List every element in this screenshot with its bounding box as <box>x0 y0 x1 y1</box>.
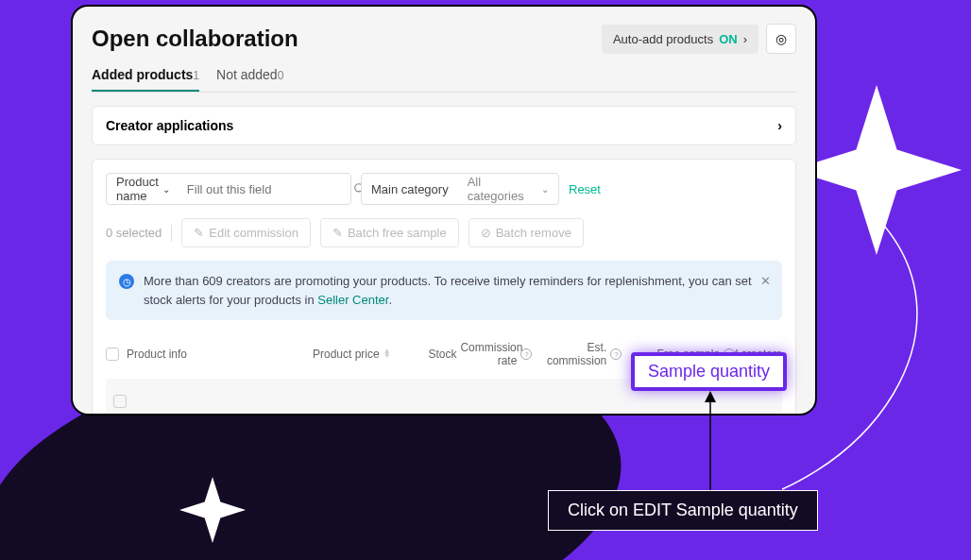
auto-add-label: Auto-add products <box>613 32 713 46</box>
product-name-selector[interactable]: Product name ⌄ <box>107 175 179 203</box>
decoration-star-small <box>179 477 246 543</box>
banner-text: More than 609 creators are promoting you… <box>144 272 769 309</box>
help-icon[interactable]: ? <box>610 348 622 360</box>
sample-quantity-callout: Sample quantity <box>631 352 787 391</box>
batch-actions-row: 0 selected ✎ Edit commission ✎ Batch fre… <box>106 218 782 247</box>
section-title: Creator applications <box>106 118 233 133</box>
reset-button[interactable]: Reset <box>569 182 601 196</box>
chevron-down-icon: ⌄ <box>162 184 170 195</box>
seller-center-link[interactable]: Seller Center <box>317 293 388 307</box>
sort-icon: ▲▼ <box>383 349 391 359</box>
auto-add-toggle[interactable]: Auto-add products ON › <box>602 25 758 54</box>
batch-free-sample-button[interactable]: ✎ Batch free sample <box>320 218 459 247</box>
auto-add-status: ON <box>719 32 738 46</box>
edit-icon: ✎ <box>332 226 343 240</box>
filter-row: Product name ⌄ Main category All categor… <box>106 173 782 205</box>
title-bar: Open collaboration Auto-add products ON … <box>92 24 796 54</box>
col-product-info[interactable]: Product info <box>127 348 287 361</box>
page-title: Open collaboration <box>92 25 298 52</box>
info-banner: ◷ More than 609 creators are promoting y… <box>106 261 782 320</box>
target-icon: ◎ <box>775 31 787 46</box>
selected-count: 0 selected <box>106 226 162 240</box>
select-all-checkbox[interactable] <box>106 348 119 361</box>
search-input[interactable] <box>179 182 353 196</box>
tab-added-products[interactable]: Added products1 <box>92 67 199 92</box>
col-commission-rate[interactable]: Commission rate ? <box>457 341 533 367</box>
col-est-commission[interactable]: Est. commission ? <box>532 341 622 367</box>
clock-icon: ◷ <box>119 274 134 289</box>
edit-commission-button[interactable]: ✎ Edit commission <box>181 218 311 247</box>
chevron-right-icon: › <box>777 118 782 133</box>
batch-remove-button[interactable]: ⊘ Batch remove <box>468 218 584 247</box>
close-icon[interactable]: ✕ <box>760 272 771 291</box>
product-search: Product name ⌄ <box>106 173 351 205</box>
target-button[interactable]: ◎ <box>766 24 796 54</box>
header-controls: Auto-add products ON › ◎ <box>602 24 796 54</box>
creator-applications-section[interactable]: Creator applications › <box>92 106 796 145</box>
tabs: Added products1 Not added0 <box>92 67 796 93</box>
decoration-star-large <box>792 85 962 255</box>
row-checkbox[interactable] <box>113 395 127 408</box>
chevron-right-icon: › <box>743 32 747 46</box>
ban-icon: ⊘ <box>481 226 491 240</box>
col-product-price[interactable]: Product price ▲▼ <box>287 348 391 361</box>
edit-icon: ✎ <box>194 226 204 240</box>
instruction-tooltip: Click on EDIT Sample quantity <box>548 490 818 531</box>
tab-not-added[interactable]: Not added0 <box>216 67 283 92</box>
col-stock[interactable]: Stock <box>391 348 457 361</box>
category-filter[interactable]: Main category All categories ⌄ <box>361 173 559 205</box>
chevron-down-icon: ⌄ <box>541 184 549 195</box>
arrow-annotation <box>701 391 720 495</box>
help-icon[interactable]: ? <box>520 348 532 360</box>
